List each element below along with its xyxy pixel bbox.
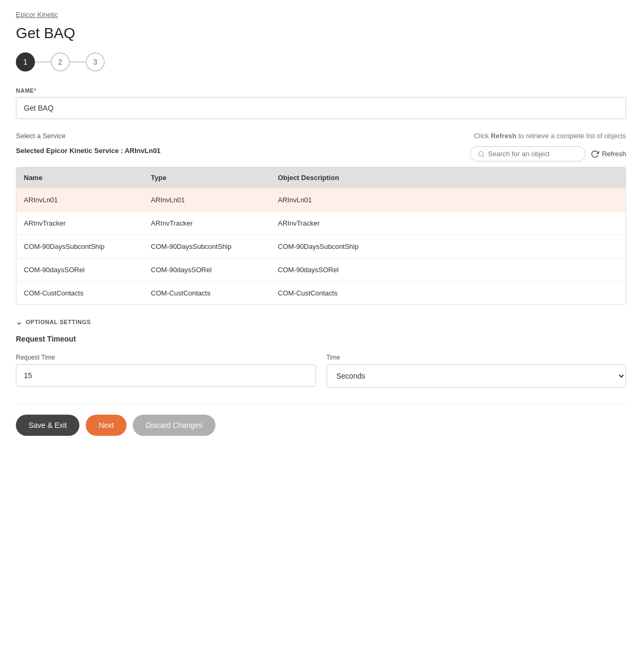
col-header-desc: Object Description <box>270 167 626 188</box>
table-header: Name Type Object Description <box>16 167 626 188</box>
time-unit-label: Time <box>327 354 627 361</box>
required-indicator: * <box>34 87 37 94</box>
cell-description: COM-90daysSORel <box>270 258 626 281</box>
stepper: 1 2 3 <box>16 52 626 71</box>
cell-description: ARInvLn01 <box>270 189 626 211</box>
table-row[interactable]: COM-90DaysSubcontShip COM-90DaysSubcontS… <box>16 235 626 258</box>
cell-name: COM-90DaysSubcontShip <box>16 235 143 258</box>
refresh-icon <box>591 150 599 158</box>
cell-name: ARInvLn01 <box>16 189 143 211</box>
col-header-type: Type <box>143 167 270 188</box>
name-label: NAME* <box>16 87 626 94</box>
time-unit-select[interactable]: Seconds Minutes Hours <box>327 364 627 388</box>
table-row[interactable]: ARInvTracker ARInvTracker ARInvTracker <box>16 211 626 235</box>
save-exit-button[interactable]: Save & Exit <box>16 415 79 436</box>
search-icon <box>478 150 485 158</box>
page-title: Get BAQ <box>16 25 626 42</box>
refresh-button[interactable]: Refresh <box>591 150 626 158</box>
next-button[interactable]: Next <box>86 415 126 436</box>
svg-line-1 <box>483 155 484 156</box>
breadcrumb[interactable]: Epicor Kinetic <box>16 11 626 19</box>
cell-name: COM-CustContacts <box>16 282 143 304</box>
chevron-down-icon: ⌄ <box>16 318 23 326</box>
cell-type: ARInvTracker <box>143 212 270 235</box>
request-time-label: Request Time <box>16 354 316 361</box>
step-2[interactable]: 2 <box>51 52 70 71</box>
request-time-input[interactable] <box>16 364 316 387</box>
refresh-hint: Click Refresh to retrieve a complete lis… <box>474 132 626 140</box>
cell-description: COM-90DaysSubcontShip <box>270 235 626 258</box>
cell-name: COM-90daysSORel <box>16 258 143 281</box>
table-row[interactable]: ARInvLn01 ARInvLn01 ARInvLn01 <box>16 188 626 211</box>
search-input[interactable] <box>488 150 577 158</box>
step-connector-1 <box>35 61 51 62</box>
optional-settings-section: ⌄ OPTIONAL SETTINGS Request Timeout Requ… <box>16 318 626 388</box>
name-input[interactable] <box>16 97 626 119</box>
cell-description: ARInvTracker <box>270 212 626 235</box>
cell-type: COM-90daysSORel <box>143 258 270 281</box>
cell-type: COM-90DaysSubcontShip <box>143 235 270 258</box>
cell-description: COM-CustContacts <box>270 282 626 304</box>
search-box[interactable] <box>470 146 585 162</box>
step-1[interactable]: 1 <box>16 52 35 71</box>
table-row[interactable]: COM-90daysSORel COM-90daysSORel COM-90da… <box>16 258 626 281</box>
cell-name: ARInvTracker <box>16 212 143 235</box>
step-connector-2 <box>70 61 86 62</box>
footer-buttons: Save & Exit Next Discard Changes <box>16 404 626 436</box>
service-section-label: Select a Service <box>16 132 66 140</box>
step-3[interactable]: 3 <box>86 52 105 71</box>
table-row[interactable]: COM-CustContacts COM-CustContacts COM-Cu… <box>16 281 626 304</box>
discard-button[interactable]: Discard Changes <box>133 415 215 436</box>
time-unit-field-group: Time Seconds Minutes Hours <box>327 354 627 388</box>
request-timeout-label: Request Timeout <box>16 335 626 343</box>
request-time-field-group: Request Time <box>16 354 316 388</box>
objects-table: Name Type Object Description ARInvLn01 A… <box>16 167 626 305</box>
cell-type: COM-CustContacts <box>143 282 270 304</box>
table-body: ARInvLn01 ARInvLn01 ARInvLn01 ARInvTrack… <box>16 188 626 304</box>
optional-settings-toggle[interactable]: ⌄ OPTIONAL SETTINGS <box>16 318 626 326</box>
cell-type: ARInvLn01 <box>143 189 270 211</box>
col-header-name: Name <box>16 167 143 188</box>
selected-service-label: Selected Epicor Kinetic Service : ARInvL… <box>16 147 160 155</box>
